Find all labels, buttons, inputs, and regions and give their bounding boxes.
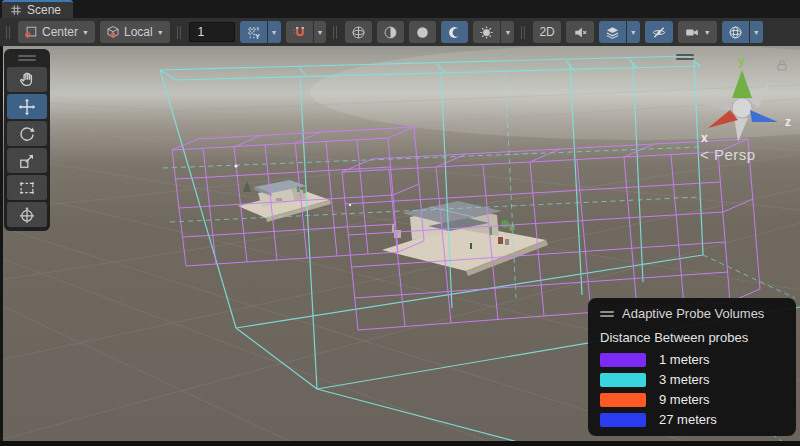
toolbar-separator (333, 26, 334, 39)
tool-move-button[interactable] (7, 94, 47, 119)
chevron-down-icon: ▼ (317, 29, 324, 36)
lock-icon[interactable] (775, 58, 789, 72)
tool-rect-button[interactable] (7, 175, 47, 200)
globe-shaded-icon (383, 25, 398, 40)
2d-toggle-button[interactable]: 2D (533, 21, 560, 43)
hidden-objects-button[interactable] (645, 21, 673, 43)
tab-label: Scene (27, 3, 61, 17)
gizmo-hub[interactable] (732, 98, 752, 118)
scale-icon (17, 151, 37, 171)
scene-viewport[interactable]: y x z < Persp Adaptive Probe Volumes Dis… (0, 46, 800, 441)
probe-volumes-panel: Adaptive Probe Volumes Distance Between … (588, 298, 796, 436)
layers-effects-icon (605, 25, 620, 40)
debug-bug-dropdown[interactable]: ▼ (501, 21, 514, 43)
legend-row: 1 meters (600, 352, 784, 367)
tool-pan-button[interactable] (7, 67, 47, 92)
chevron-down-icon: ▼ (271, 29, 278, 36)
eye-hidden-icon (651, 25, 667, 40)
moon-icon (447, 25, 462, 40)
legend-label: 1 meters (659, 352, 710, 367)
effects-button[interactable] (599, 21, 626, 43)
color-swatch-1m (600, 353, 646, 367)
probe-dot (349, 204, 351, 206)
legend-row: 9 meters (600, 392, 784, 407)
toolbar-drag-handle[interactable] (6, 26, 7, 39)
chevron-down-icon: ▼ (504, 29, 511, 36)
probe-dot (234, 164, 237, 167)
legend-label: 3 meters (659, 372, 710, 387)
rotate-icon (17, 124, 37, 144)
toolbar-separator (177, 26, 178, 39)
projection-toggle[interactable]: < Persp (700, 146, 756, 163)
move-icon (17, 97, 37, 117)
pivot-mode-button[interactable]: Center ▼ (18, 21, 95, 43)
magnet-icon (292, 25, 307, 40)
scene-toolbar: Center ▼ Local ▼ Y (0, 18, 800, 46)
bug-icon (479, 25, 494, 40)
transform-icon (17, 205, 37, 225)
gizmo-axis-y[interactable] (732, 70, 752, 98)
legend-label: 9 meters (659, 392, 710, 407)
lighting-moon-button[interactable] (441, 21, 468, 43)
panel-subtitle: Distance Between probes (600, 330, 784, 345)
grid-snap-dropdown[interactable]: ▼ (268, 21, 281, 43)
gizmo-axis-negz[interactable] (704, 102, 732, 112)
viewport-left-edge (0, 46, 3, 441)
orientation-label: Local (124, 25, 153, 39)
tool-rotate-button[interactable] (7, 121, 47, 146)
chevron-down-icon: ▼ (157, 29, 164, 36)
axis-z-label: z (785, 115, 791, 129)
audio-toggle-button[interactable] (566, 21, 594, 43)
unity-editor-window: Scene Center ▼ Local (0, 0, 800, 446)
orientation-mode-button[interactable]: Local ▼ (100, 21, 170, 43)
circle-filled-icon (415, 25, 430, 40)
tab-bar: Scene (0, 0, 800, 18)
grid-snap-icon: Y (246, 25, 261, 40)
color-swatch-27m (600, 413, 646, 427)
panel-title: Adaptive Probe Volumes (622, 306, 764, 321)
legend-row: 27 meters (600, 412, 784, 427)
snap-magnet-button[interactable] (286, 21, 313, 43)
tab-scene[interactable]: Scene (2, 0, 73, 18)
scene-grid-icon (10, 4, 22, 16)
debug-bug-button[interactable] (473, 21, 500, 43)
pivot-label: Center (42, 25, 78, 39)
shading-shaded-button[interactable] (377, 21, 404, 43)
grid-snap-button[interactable]: Y (240, 21, 267, 43)
lighting-on-button[interactable] (409, 21, 436, 43)
hand-icon (17, 70, 37, 90)
color-swatch-3m (600, 373, 646, 387)
chevron-down-icon: ▼ (753, 29, 760, 36)
gizmos-button[interactable] (722, 21, 749, 43)
overlay-drag-handle[interactable] (7, 52, 47, 65)
chevron-down-icon: ▼ (704, 29, 711, 36)
2d-label: 2D (539, 25, 554, 39)
color-swatch-9m (600, 393, 646, 407)
tools-overlay (4, 49, 50, 231)
snap-increment-input[interactable] (189, 22, 235, 42)
legend-row: 3 meters (600, 372, 784, 387)
tool-transform-button[interactable] (7, 202, 47, 227)
cube-icon (106, 25, 120, 39)
effects-dropdown[interactable]: ▼ (627, 21, 640, 43)
toolbar-separator (521, 26, 522, 39)
rect-tool-icon (17, 178, 37, 198)
snap-magnet-dropdown[interactable]: ▼ (314, 21, 327, 43)
gizmo-axis-z[interactable] (750, 110, 778, 122)
gizmos-dropdown[interactable]: ▼ (750, 21, 763, 43)
axis-y-label: y (738, 54, 745, 68)
chevron-down-icon: ▼ (82, 29, 89, 36)
panel-drag-handle[interactable] (600, 311, 614, 317)
legend-label: 27 meters (659, 412, 717, 427)
axis-x-label: x (701, 131, 708, 145)
tool-scale-button[interactable] (7, 148, 47, 173)
gizmo-sphere-icon (728, 25, 743, 40)
globe-wireframe-icon (351, 25, 366, 40)
camera-settings-button[interactable]: ▼ (678, 21, 717, 43)
shading-wireframe-button[interactable] (345, 21, 372, 43)
chevron-down-icon: ▼ (630, 29, 637, 36)
pivot-icon (24, 25, 38, 39)
gizmo-axis-negx[interactable] (750, 82, 770, 108)
audio-muted-icon (572, 25, 588, 40)
svg-text:Y: Y (255, 32, 260, 40)
